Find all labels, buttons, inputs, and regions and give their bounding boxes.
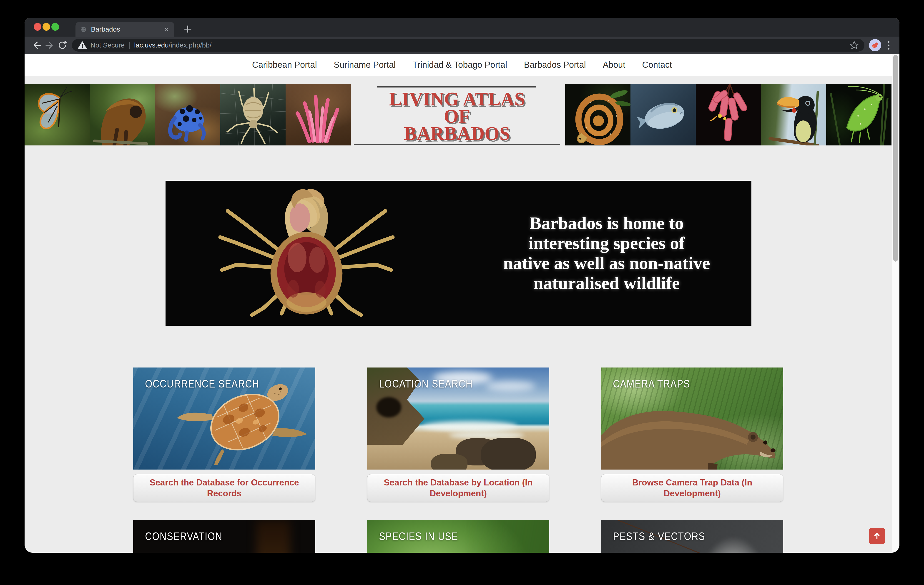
camera-traps-card[interactable]: CAMERA TRAPS — [601, 367, 783, 470]
green-katydid-photo — [826, 84, 891, 145]
profile-avatar[interactable] — [869, 39, 881, 51]
hero-line4: naturalised wildlife — [472, 273, 741, 293]
location-search-button-label: Search the Database by Location (In Deve… — [378, 477, 539, 499]
nav-about[interactable]: About — [603, 60, 625, 70]
pink-tropical-flowers-photo — [696, 84, 761, 145]
hero-line1: Barbados is home to — [472, 213, 741, 233]
toucan-icon — [761, 84, 826, 145]
nav-barbados-portal[interactable]: Barbados Portal — [524, 60, 586, 70]
reload-button[interactable] — [56, 39, 69, 51]
species-in-use-label: SPECIES IN USE — [379, 530, 458, 542]
nav-caribbean-portal[interactable]: Caribbean Portal — [252, 60, 317, 70]
security-label: Not Secure — [91, 41, 125, 49]
masthead: LIVING ATLAS OF BARBADOS — [353, 84, 561, 145]
location-search-card[interactable]: LOCATION SEARCH — [367, 367, 549, 470]
page-scrollbar[interactable] — [892, 54, 899, 553]
nav-contact[interactable]: Contact — [642, 60, 672, 70]
pink-coral-fungus-photo — [285, 84, 351, 145]
snake-icon — [565, 84, 630, 145]
occurrence-search-button[interactable]: Search the Database for Occurrence Recor… — [133, 474, 315, 502]
browser-toolbar: Not Secure lac.uvs.edu /index.php/bb/ — [25, 36, 899, 54]
flowers-icon — [696, 84, 761, 145]
browser-tab[interactable]: Barbados — [76, 22, 174, 36]
species-in-use-card[interactable]: SPECIES IN USE — [367, 520, 549, 553]
butterfly-icon — [25, 84, 90, 145]
glasswing-butterfly-photo — [25, 84, 90, 145]
occurrence-search-button-label: Search the Database for Occurrence Recor… — [144, 477, 305, 499]
nav-trinidad-tobago-portal[interactable]: Trinidad & Tobago Portal — [412, 60, 507, 70]
close-window-button[interactable] — [34, 23, 41, 31]
hero-line2: interesting species of — [472, 233, 741, 253]
forward-icon — [44, 40, 55, 51]
surf-foam — [422, 421, 517, 431]
camera-traps-label: CAMERA TRAPS — [613, 377, 690, 390]
site-title-line3: BARBADOS — [353, 125, 561, 142]
crab-icon — [175, 184, 438, 322]
desktop-background: Barbados — [0, 0, 924, 585]
minimize-window-button[interactable] — [43, 23, 50, 31]
conservation-label: CONSERVATION — [145, 530, 222, 542]
url-divider — [129, 42, 130, 49]
not-secure-warning-icon — [77, 40, 88, 51]
scrollbar-thumb[interactable] — [893, 55, 898, 262]
tab-close-icon[interactable] — [163, 26, 170, 33]
photo-blur-shape — [256, 520, 290, 553]
coral-fungus-icon — [285, 84, 351, 145]
new-tab-button[interactable] — [182, 23, 194, 35]
zoom-window-button[interactable] — [51, 23, 59, 31]
pests-vectors-card[interactable]: PESTS & VECTORS — [601, 520, 783, 553]
location-search-button[interactable]: Search the Database by Location (In Deve… — [367, 474, 549, 502]
blue-poison-dart-frog-photo — [155, 84, 220, 145]
cloud-shape — [485, 381, 535, 391]
page-viewport: Caribbean Portal Suriname Portal Trinida… — [25, 54, 899, 553]
tab-strip: Barbados — [25, 18, 899, 36]
spider-icon — [220, 84, 285, 145]
url-path: /index.php/bb/ — [169, 41, 211, 49]
forward-button[interactable] — [43, 39, 56, 51]
bird-avatar-icon — [871, 41, 879, 50]
nav-suriname-portal[interactable]: Suriname Portal — [334, 60, 396, 70]
hero-line3: native as well as non-native — [472, 253, 741, 273]
conservation-card[interactable]: CONSERVATION — [133, 520, 315, 553]
photo-blur-shape — [467, 520, 549, 553]
site-title-line1: LIVING ATLAS — [353, 91, 561, 108]
camera-trap-button[interactable]: Browse Camera Trap Data (In Development) — [601, 474, 783, 502]
back-icon — [31, 40, 42, 51]
url-host: lac.uvs.edu — [134, 41, 169, 49]
reef-fish-photo — [630, 84, 696, 145]
orb-weaver-spider-photo — [220, 84, 285, 145]
reload-icon — [57, 40, 68, 51]
site-navbar: Caribbean Portal Suriname Portal Trinida… — [25, 54, 899, 76]
back-button[interactable] — [30, 39, 43, 51]
frog-icon — [155, 84, 220, 145]
arrow-up-icon — [872, 531, 882, 541]
masthead-rule-bottom — [354, 144, 560, 145]
pests-vectors-label: PESTS & VECTORS — [613, 530, 705, 542]
occurrence-search-label: OCCURRENCE SEARCH — [145, 377, 259, 390]
location-search-label: LOCATION SEARCH — [379, 377, 473, 390]
browser-menu-button[interactable] — [884, 39, 894, 51]
aracari-toucan-photo — [761, 84, 826, 145]
occurrence-search-card[interactable]: OCCURRENCE SEARCH — [133, 367, 315, 470]
plus-icon — [183, 24, 193, 34]
fish-icon — [630, 84, 696, 145]
rock-shape — [431, 454, 467, 470]
photo-blur-shape — [699, 536, 767, 553]
browser-window: Barbados — [25, 18, 899, 553]
rock-shape — [481, 438, 536, 470]
tab-title: Barbados — [91, 25, 163, 33]
monkey-icon — [90, 84, 155, 145]
masthead-rule-top — [377, 86, 536, 87]
bookmark-star-icon[interactable] — [849, 40, 860, 51]
scroll-to-top-button[interactable] — [869, 528, 885, 544]
katydid-icon — [826, 84, 891, 145]
hero-text: Barbados is home to interesting species … — [472, 181, 741, 326]
address-bar[interactable]: Not Secure lac.uvs.edu /index.php/bb/ — [72, 39, 865, 51]
howler-monkey-photo — [90, 84, 155, 145]
camera-trap-button-label: Browse Camera Trap Data (In Development) — [611, 477, 773, 499]
tree-boa-photo — [565, 84, 630, 145]
hero-banner: Barbados is home to interesting species … — [165, 181, 751, 326]
site-title-line2: OF — [353, 108, 561, 125]
globe-favicon — [80, 26, 87, 33]
